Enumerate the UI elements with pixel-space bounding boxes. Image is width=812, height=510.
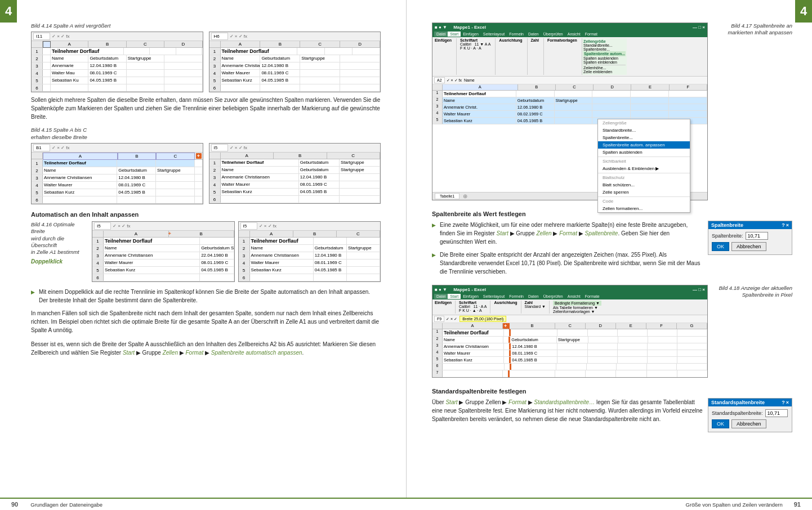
bullet-icon-1: ▶: [31, 289, 35, 305]
caption-415: Bild 4.15 Spalte A bis Cerhalten dieselb…: [31, 127, 381, 141]
dialog-standardspaltenbreite: Standardspaltenbreite ? × Standardspalte…: [708, 398, 792, 432]
section-heading-1: Automatisch an den Inhalt anpassen: [31, 211, 381, 218]
link-format: Format: [186, 350, 204, 356]
excel-screenshot-418: ■ ● ▼ Mappe1 - Excel — □ × Datei Start E…: [432, 285, 708, 378]
excel-screenshot-4: I5 ✓ × ✓ fx A B C 1 Teilnehmer Dorflauf: [209, 143, 381, 204]
excel-screenshot-5: I5 ✓ × ✓ fx A + B: [92, 221, 235, 282]
link-start: Start: [123, 350, 135, 356]
excel-screenshot-1: I11 ✓ × ✓ fx A B C D 1: [31, 32, 203, 92]
footer-page-left: 90: [11, 501, 18, 508]
caption-414: Bild 4.14 Spalte A wird vergrößert: [31, 23, 381, 29]
link-r-start: Start: [497, 230, 508, 236]
dialog-standard-ok[interactable]: OK: [712, 419, 729, 428]
caption-417: Bild 4.17 Spaltenbreite an markierten In…: [713, 23, 792, 37]
link-r2-standard: Standardspaltenbreite…: [534, 399, 595, 405]
link-spaltenbreite-auto: Spaltenbreite automatisch anpassen: [211, 350, 302, 356]
link-r-zellen: Zellen: [536, 230, 551, 236]
excel-screenshot-2: H6 ✓ × ✓ fx A B C D 1 Teilnehmer Do: [209, 32, 381, 92]
body-text-3: Besser ist es, wenn sich die Breite der …: [31, 340, 381, 357]
chapter-tab-left: 4: [0, 0, 17, 23]
dialog-spaltenbreite-ok[interactable]: OK: [712, 242, 729, 251]
link-zellen: Zellen: [163, 350, 178, 356]
bullet-icon-r2: ▶: [432, 252, 436, 276]
bullet-right-1: ▶ Eine zweite Möglichkeit, um für eine o…: [432, 221, 703, 246]
link-r-format-1: Format: [559, 230, 577, 236]
bullet-autofit: ▶ Mit einem Doppelklick auf die rechte T…: [31, 288, 381, 305]
doppelklick-label: Doppelklick: [31, 258, 87, 265]
footer-text-right: Größe von Spalten und Zeilen verändern: [686, 502, 783, 508]
body-text-2: In manchen Fällen soll sich die Spaltenb…: [31, 309, 381, 334]
link-r2-format: Format: [508, 399, 527, 405]
caption-418: Bild 4.18 Anzeige der aktuellen Spaltenb…: [713, 285, 792, 299]
excel-screenshot-417: ■ ● ▼ Mappe1 - Excel — □ × Datei Start E…: [432, 23, 708, 200]
caption-416: Bild 4.16 Optimale Breitewird durch die …: [31, 221, 87, 256]
footer-text-left: Grundlagen der Dateneingabe: [30, 502, 102, 508]
bullet-icon-r1: ▶: [432, 222, 436, 246]
dialog-standard-input[interactable]: [765, 409, 788, 417]
link-r2-start: Start: [445, 399, 457, 405]
footer-page-right: 91: [794, 501, 801, 508]
dialog-spaltenbreite: Spaltenbreite ? × Spaltenbreite: OK: [708, 221, 792, 255]
body-text-1: Sollen gleich mehrere Spalten die diesel…: [31, 96, 381, 121]
excel-screenshot-3: B1 ✓ × ✓ fx A B C +: [31, 143, 203, 204]
bullet-right-2: ▶ Die Breite einer Spalte entspricht der…: [432, 250, 703, 276]
dialog-spaltenbreite-cancel[interactable]: Abbrechen: [731, 242, 766, 251]
dialog-standard-cancel[interactable]: Abbrechen: [731, 419, 766, 428]
dialog-spaltenbreite-input[interactable]: [746, 232, 768, 240]
body-text-right-1: Über Start ▶ Gruppe Zellen ▶ Format ▶ St…: [432, 398, 703, 423]
chapter-tab-right: 4: [795, 0, 812, 23]
excel-screenshot-6: I5 ✓ × ✓ fx A B C 1: [238, 221, 381, 282]
section-heading-right-2: Standardspaltenbreite festlegen: [432, 388, 792, 395]
link-r-spaltenbreite: Spaltenbreite: [585, 230, 618, 236]
